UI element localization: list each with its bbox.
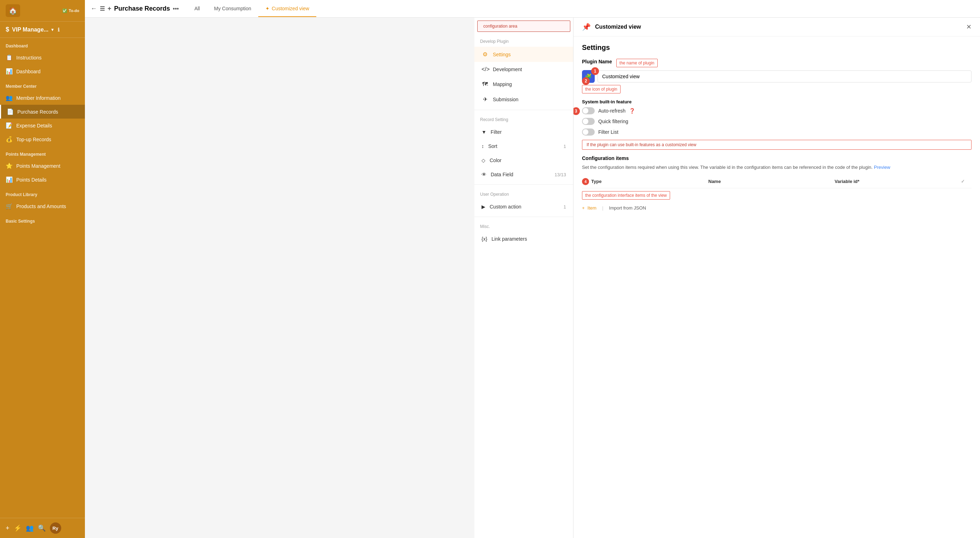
sidebar-item-top-up-records[interactable]: 💰 Top-up Records <box>0 132 85 146</box>
quick-filtering-toggle[interactable] <box>582 118 595 125</box>
record-item-link-parameters[interactable]: {x} Link parameters <box>474 232 573 246</box>
settings-title: Settings <box>582 43 972 52</box>
filter-list-row: Filter List <box>582 129 972 135</box>
middle-panel: configuration area Develop Plugin ⚙ Sett… <box>474 18 573 538</box>
system-builtin-label: System built-in feature <box>582 99 972 104</box>
sidebar-vip-manager[interactable]: $ VIP Manage... ▾ ℹ <box>0 22 85 38</box>
expense-details-icon: 📝 <box>6 122 13 129</box>
section-label-basic-settings: Basic Settings <box>0 213 85 226</box>
add-icon[interactable]: + <box>108 5 111 13</box>
sidebar-header: 🏠 ✅ To-do <box>0 0 85 22</box>
tabs-container: All My Consumption ✦ Customized view <box>187 1 316 17</box>
info-icon[interactable]: ℹ <box>58 27 59 33</box>
feature-note: If the plugin can use built-in features … <box>582 140 972 150</box>
avatar[interactable]: Ry <box>50 522 61 534</box>
eye-icon: 👁 <box>482 172 487 177</box>
purchase-records-icon: 📄 <box>7 108 14 115</box>
more-icon[interactable]: ••• <box>173 6 179 12</box>
plugin-nav-submission[interactable]: ✈ Submission <box>474 92 573 107</box>
dashboard-icon: 📊 <box>6 68 13 75</box>
settings-nav-icon: ⚙ <box>482 51 488 58</box>
home-icon[interactable]: 🏠 <box>6 4 20 17</box>
vip-label: VIP Manage... <box>12 27 48 33</box>
color-icon: ◇ <box>482 158 485 163</box>
plugin-name-label: Plugin Name <box>582 59 612 64</box>
badge-1: 1 <box>591 67 599 75</box>
popup-header: 📌 Customized view ✕ <box>573 18 980 37</box>
sidebar-item-points-management[interactable]: ⭐ Points Management <box>0 159 85 173</box>
lightning-icon[interactable]: ⚡ <box>14 524 22 532</box>
sidebar-item-member-information[interactable]: 👥 Member Information <box>0 91 85 105</box>
auto-refresh-label: Auto-refresh <box>598 108 625 114</box>
sidebar-item-purchase-records[interactable]: 📄 Purchase Records <box>0 105 85 119</box>
plugin-nav-mapping[interactable]: 🗺 Mapping <box>474 77 573 92</box>
table-action-icon: ✓ <box>961 179 972 184</box>
record-item-color[interactable]: ◇ Color <box>474 153 573 167</box>
system-builtin-section: System built-in feature 3 Auto-refresh ❓… <box>582 99 972 150</box>
divider-1 <box>474 110 573 110</box>
menu-icon[interactable]: ☰ <box>100 5 105 12</box>
quick-filtering-label: Quick filtering <box>598 119 628 124</box>
develop-plugin-label: Develop Plugin <box>474 35 573 47</box>
misc-label: Misc. <box>474 220 573 232</box>
popup-title: Customized view <box>595 24 641 30</box>
sidebar-footer: + ⚡ 👥 🔍 Ry <box>0 518 85 538</box>
config-annotation: the configuration interface items of the… <box>582 191 670 200</box>
icon-annotation: the icon of plugin <box>582 85 620 94</box>
plugin-nav-development[interactable]: </> Development <box>474 62 573 77</box>
link-params-icon: {x} <box>482 236 487 242</box>
tab-all[interactable]: All <box>187 1 207 17</box>
points-details-icon: 📊 <box>6 176 13 183</box>
right-panel: 📌 Customized view ✕ Settings Plugin Name… <box>573 18 980 538</box>
configuration-items-section: Configuration items Set the configuratio… <box>582 155 972 213</box>
tab-my-consumption[interactable]: My Consumption <box>207 1 258 17</box>
mapping-nav-icon: 🗺 <box>482 81 488 88</box>
record-item-data-field[interactable]: 👁 Data Field 13/13 <box>474 167 573 181</box>
add-footer-icon[interactable]: + <box>6 525 10 532</box>
auto-refresh-row: Auto-refresh ❓ <box>582 107 972 114</box>
section-label-member-center: Member Center <box>0 78 85 91</box>
back-icon[interactable]: ← <box>91 5 97 13</box>
custom-action-icon: ▶ <box>482 204 485 210</box>
title-text: Purchase Records <box>114 5 170 13</box>
record-item-custom-action[interactable]: ▶ Custom action 1 <box>474 200 573 214</box>
plugin-name-annotation: the name of plugin <box>616 59 658 67</box>
instructions-icon: 📋 <box>6 54 13 61</box>
plugin-nav-settings[interactable]: ⚙ Settings <box>474 47 573 62</box>
close-button[interactable]: ✕ <box>966 23 972 31</box>
import-json-label[interactable]: Import from JSON <box>609 205 646 211</box>
top-up-records-icon: 💰 <box>6 136 13 143</box>
record-item-filter[interactable]: ▼ Filter <box>474 125 573 139</box>
sidebar-item-instructions[interactable]: 📋 Instructions <box>0 51 85 64</box>
separator: | <box>602 205 603 211</box>
auto-refresh-toggle[interactable] <box>582 107 595 114</box>
section-label-points-management: Points Management <box>0 146 85 159</box>
submission-nav-icon: ✈ <box>482 96 488 103</box>
config-items-title: Configuration items <box>582 155 972 161</box>
page-title: ☰ + Purchase Records ••• <box>100 5 179 13</box>
custom-action-count: 1 <box>563 204 566 210</box>
group-icon[interactable]: 👥 <box>26 524 33 532</box>
chevron-down-icon[interactable]: ▾ <box>51 27 53 32</box>
member-information-icon: 👥 <box>6 94 13 101</box>
badge-2: 2 <box>582 77 590 85</box>
sidebar-item-dashboard[interactable]: 📊 Dashboard <box>0 64 85 78</box>
add-item-row[interactable]: + Item | Import from JSON <box>582 202 972 213</box>
plugin-name-input[interactable] <box>598 70 972 83</box>
plugin-name-section: Plugin Name the name of plugin 🧩 1 2 <box>582 59 972 94</box>
help-icon[interactable]: ❓ <box>629 108 635 114</box>
search-icon[interactable]: 🔍 <box>38 524 46 532</box>
tab-customized-view[interactable]: ✦ Customized view <box>258 1 316 17</box>
record-item-sort[interactable]: ↕ Sort 1 <box>474 139 573 153</box>
plugin-header-icon: 📌 <box>582 23 591 31</box>
todo-icon: ✅ To-do <box>62 8 79 13</box>
sidebar-item-products-and-amounts[interactable]: 🛒 Products and Amounts <box>0 199 85 213</box>
preview-link[interactable]: Preview <box>874 165 890 170</box>
config-table-header: 4 Type Name Variable id* ✓ <box>582 175 972 188</box>
sidebar-item-points-details[interactable]: 📊 Points Details <box>0 173 85 186</box>
sort-count: 1 <box>563 144 566 149</box>
sidebar-item-expense-details[interactable]: 📝 Expense Details <box>0 119 85 132</box>
data-field-count: 13/13 <box>554 172 566 177</box>
plus-icon: + <box>582 205 585 211</box>
filter-list-toggle[interactable] <box>582 129 595 135</box>
